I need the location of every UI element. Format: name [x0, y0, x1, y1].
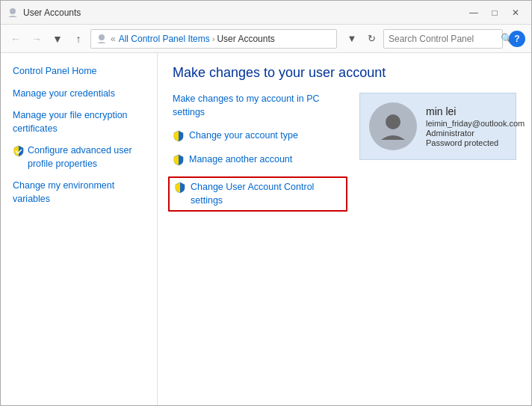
- svg-point-1: [99, 34, 105, 40]
- page-title: Make changes to your user account: [173, 65, 516, 81]
- maximize-button[interactable]: □: [485, 4, 504, 21]
- shield-icon-another-account: [173, 154, 185, 166]
- address-actions: ▼ ↻: [343, 30, 380, 48]
- svg-point-2: [386, 114, 400, 129]
- user-avatar: [369, 102, 417, 150]
- user-role: Administrator: [426, 129, 525, 138]
- shield-icon-account-type: [173, 130, 185, 142]
- sidebar-home-link[interactable]: Control Panel Home: [1, 62, 157, 81]
- avatar-icon: [378, 111, 408, 141]
- breadcrumb-root[interactable]: All Control Panel Items: [119, 34, 210, 44]
- recent-locations-button[interactable]: ▼: [49, 30, 66, 48]
- address-breadcrumb-separator: «: [111, 34, 116, 44]
- user-name: min lei: [426, 105, 525, 117]
- action-another-account: Manage another account: [173, 153, 347, 167]
- breadcrumb-current: User Accounts: [217, 34, 274, 44]
- search-input[interactable]: [389, 34, 501, 44]
- breadcrumb-arrow: ›: [212, 34, 215, 43]
- sidebar-item-advanced-label: Configure advanced user profile properti…: [28, 144, 145, 170]
- refresh-button[interactable]: ↻: [362, 30, 380, 48]
- minimize-button[interactable]: —: [464, 4, 483, 21]
- shield-icon: [13, 145, 25, 157]
- window-icon: [7, 7, 19, 19]
- another-account-link[interactable]: Manage another account: [189, 153, 292, 167]
- forward-button[interactable]: →: [28, 30, 46, 48]
- account-type-link[interactable]: Change your account type: [189, 129, 298, 143]
- svg-point-0: [10, 8, 16, 14]
- actions-column: Make changes to my account in PC setting…: [173, 93, 347, 222]
- window-title: User Accounts: [23, 7, 464, 18]
- user-status: Password protected: [426, 138, 525, 147]
- uac-settings-link[interactable]: Change User Account Control settings: [191, 181, 341, 207]
- action-uac-settings: Change User Account Control settings: [168, 176, 347, 212]
- content-area: Control Panel Home Manage your credentia…: [1, 53, 531, 405]
- sidebar: Control Panel Home Manage your credentia…: [1, 53, 158, 405]
- address-bar: ← → ▼ ↑ « All Control Panel Items › User…: [1, 25, 531, 53]
- sidebar-item-environment[interactable]: Change my environment variables: [1, 176, 157, 209]
- action-pc-settings: Make changes to my account in PC setting…: [173, 93, 347, 119]
- user-email: leimin_friday@outlook.com: [426, 119, 525, 128]
- search-box[interactable]: 🔍: [383, 29, 503, 49]
- shield-icon-uac: [174, 182, 186, 194]
- title-bar: User Accounts — □ ✕: [1, 1, 531, 25]
- action-account-type: Change your account type: [173, 129, 347, 143]
- help-button[interactable]: ?: [509, 31, 525, 47]
- up-button[interactable]: ↑: [69, 30, 87, 48]
- user-info: min lei leimin_friday@outlook.com Admini…: [426, 105, 525, 147]
- sidebar-item-encryption[interactable]: Manage your file encryption certificates: [1, 106, 157, 138]
- user-card: min lei leimin_friday@outlook.com Admini…: [359, 93, 516, 160]
- window: User Accounts — □ ✕ ← → ▼ ↑ « All Contro…: [0, 0, 532, 406]
- dropdown-button[interactable]: ▼: [343, 30, 361, 48]
- main-content: Make changes to my account in PC setting…: [173, 93, 516, 222]
- sidebar-item-credentials[interactable]: Manage your credentials: [1, 84, 157, 104]
- pc-settings-link[interactable]: Make changes to my account in PC setting…: [173, 93, 347, 119]
- title-bar-buttons: — □ ✕: [464, 4, 525, 21]
- address-box[interactable]: « All Control Panel Items › User Account…: [90, 29, 337, 49]
- main-panel: Make changes to your user account Make c…: [158, 53, 531, 405]
- sidebar-item-advanced[interactable]: Configure advanced user profile properti…: [1, 141, 157, 173]
- back-button[interactable]: ←: [7, 30, 25, 48]
- close-button[interactable]: ✕: [506, 4, 525, 21]
- address-icon: [96, 33, 108, 45]
